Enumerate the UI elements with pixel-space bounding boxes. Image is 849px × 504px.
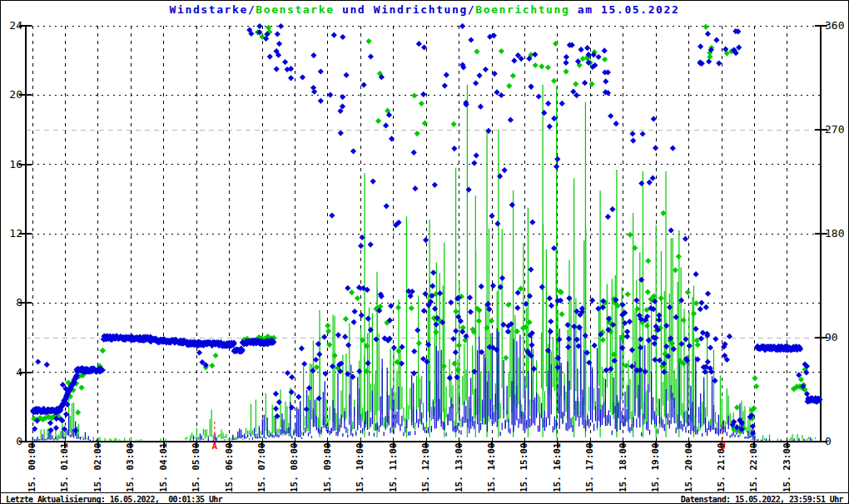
x-tick-label: 15. 04:01 (158, 442, 169, 492)
x-tick-label: 15. 11:00 (388, 442, 399, 492)
sunrise-marker-label: A (212, 441, 218, 452)
x-tick-label: 15. 06:00 (224, 442, 235, 492)
x-tick-label: 15. 22:00 (748, 442, 759, 492)
footer-divider (1, 492, 849, 493)
x-tick-label: 15. 09:00 (322, 442, 333, 492)
y-right-tick-label: 270 (825, 123, 844, 136)
footer-last-update: Letzte Aktualisierung: 16.05.2022, 00:01… (6, 495, 222, 504)
x-tick-label: 15. 03:00 (125, 442, 136, 492)
y-right-tick-label: 180 (825, 227, 844, 240)
x-tick-label: 15. 21:00 (716, 442, 727, 492)
x-tick-label: 15. 16:01 (552, 442, 563, 492)
x-tick-label: 15. 12:00 (420, 442, 431, 492)
gust-speed-line (32, 85, 815, 442)
y-right-tick-label: 0 (825, 435, 832, 447)
x-tick-label: 15. 05:00 (191, 442, 201, 492)
footer-data-timestamp: Datenstand: 15.05.2022, 23:59:51 Uhr (681, 495, 843, 504)
y-right-tick-label: 360 (825, 19, 844, 32)
x-tick-label: 15. 01:01 (59, 442, 70, 492)
y-left-tick-label: 16 (1, 158, 22, 170)
y-right-tick-label: 90 (825, 331, 838, 343)
x-tick-label: 15. 15:00 (519, 442, 529, 492)
x-tick-label: 15. 13:00 (454, 442, 464, 492)
weather-chart-window: Windstarke/Boenstarke und Windrichtung/B… (0, 0, 849, 504)
y-left-tick-label: 20 (1, 88, 22, 101)
x-tick-label: 15. 00:00 (27, 442, 37, 492)
x-tick-label: 15. 02:00 (92, 442, 103, 492)
x-tick-label: 15. 20:00 (683, 442, 694, 492)
x-tick-label: 15. 10:00 (355, 442, 365, 492)
x-tick-label: 15. 18:00 (618, 442, 628, 492)
y-left-tick-label: 4 (1, 366, 22, 378)
y-left-tick-label: 0 (1, 435, 22, 447)
x-tick-label: 15. 23:00 (782, 442, 792, 492)
x-tick-label: 15. 07:00 (256, 442, 267, 492)
x-tick-label: 15. 08:00 (289, 442, 300, 492)
y-left-tick-label: 24 (1, 19, 22, 32)
x-tick-label: 15. 19:00 (650, 442, 661, 492)
y-left-tick-label: 8 (1, 296, 22, 309)
x-tick-label: 15. 14:00 (486, 442, 497, 492)
y-left-tick-label: 12 (1, 227, 22, 240)
wind-chart-plot: AU (1, 1, 849, 504)
x-tick-label: 15. 17:00 (584, 442, 595, 492)
